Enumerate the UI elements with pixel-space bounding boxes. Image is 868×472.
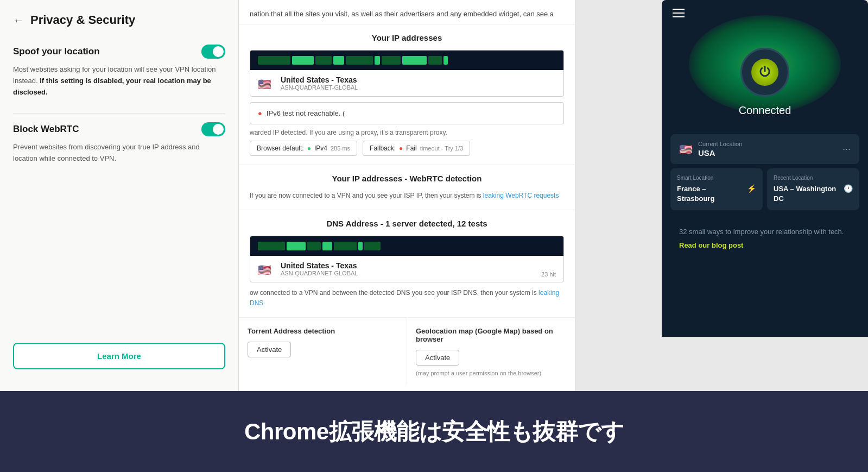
ip-block-7 [382, 56, 401, 65]
fail-label: Fail [406, 144, 416, 152]
privacy-header: ← Privacy & Security [13, 13, 225, 27]
vpn-blog-link[interactable]: Read our blog post [679, 241, 743, 249]
us-flag-icon: 🇺🇸 [258, 78, 275, 89]
ip-scramble [258, 56, 556, 65]
dot-red-icon: ● [258, 109, 262, 117]
dns-block-1 [258, 242, 285, 250]
dns-location: United States - Texas ASN-QUADRANET-GLOB… [281, 261, 358, 276]
vpn-clock-icon: 🕐 [844, 184, 853, 193]
fallback-dot-icon: ● [399, 144, 403, 152]
vpn-smart-location-name: France – Strasbourg [677, 184, 743, 204]
torrent-tool-section: Torrent Address detection Activate [239, 318, 407, 385]
banner-text: Chrome拡張機能は安全性も抜群です [244, 417, 624, 447]
dns-block-2 [287, 242, 306, 250]
vpn-lightning-icon: ⚡ [747, 184, 756, 193]
ip-check-panel: nation that all the sites you visit, as … [239, 0, 575, 391]
dns-scramble [258, 242, 556, 250]
block-webrtc-toggle[interactable] [201, 122, 225, 136]
section-divider [13, 113, 225, 114]
webrtc-info-text: If you are now connected to a VPN and yo… [250, 191, 564, 201]
spoof-location-title: Spoof your location [13, 46, 100, 57]
vpn-location-name: USA [698, 148, 837, 158]
ip-addresses-section: Your IP addresses [239, 24, 575, 165]
spoof-location-header: Spoof your location [13, 45, 225, 59]
dns-block-5 [334, 242, 357, 250]
vpn-recent-location-card[interactable]: Recent Location USA – Washington DC 🕐 [767, 168, 859, 210]
dns-block-7 [364, 242, 381, 250]
fallback-badge: Fallback: ● Fail timeout - Try 1/3 [363, 141, 470, 156]
spoof-location-description: Most websites asking for your location w… [13, 64, 225, 98]
ip-block-6 [375, 56, 380, 65]
ip-block-5 [346, 56, 373, 65]
vpn-current-flag-icon: 🇺🇸 [679, 143, 693, 156]
vpn-power-icon [751, 59, 778, 86]
vpn-blog-section: 32 small ways to improve your relationsh… [670, 219, 859, 259]
ipv6-text: IPv6 test not reachable. ( [267, 109, 345, 117]
ipv4-ms: 285 ms [331, 145, 350, 152]
vpn-current-location[interactable]: 🇺🇸 Current Location USA ··· [670, 134, 859, 164]
geo-tool-title: Geolocation map (Google Map) based on br… [416, 327, 566, 343]
dns-block-6 [358, 242, 363, 250]
ip-test-row: Browser default: ● IPv4 285 ms Fallback:… [250, 141, 564, 156]
vpn-smart-location-card[interactable]: Smart Location France – Strasbourg ⚡ [670, 168, 763, 210]
vpn-power-button[interactable] [740, 48, 789, 97]
block-webrtc-title: Block WebRTC [13, 124, 79, 135]
back-arrow-icon[interactable]: ← [13, 14, 24, 27]
ip-block-3 [315, 56, 332, 65]
ip-section-title: Your IP addresses [250, 33, 564, 42]
geo-tool-note: (may prompt a user permission on the bro… [416, 370, 566, 376]
dns-us-flag-icon: 🇺🇸 [258, 263, 275, 274]
ip-card: 🇺🇸 United States - Texas ASN-QUADRANET-G… [250, 50, 564, 97]
ipv4-label: IPv4 [314, 144, 327, 152]
ip-check-header-text: nation that all the sites you visit, as … [239, 0, 575, 24]
dns-card: 🇺🇸 United States - Texas ASN-QUADRANET-G… [250, 236, 564, 282]
spoof-location-section: Spoof your location Most websites asking… [13, 45, 225, 98]
dns-warning-text: ow connected to a VPN and between the de… [250, 288, 564, 309]
hamburger-menu-icon[interactable] [673, 9, 685, 17]
privacy-security-title: Privacy & Security [30, 13, 135, 27]
vpn-location-label: Current Location [698, 141, 837, 147]
dns-block-3 [307, 242, 321, 250]
timeout-label: timeout - Try 1/3 [420, 145, 463, 152]
ip-warning-text: warded IP detected. If you are using a p… [250, 129, 564, 136]
ip-location-asn: ASN-QUADRANET-GLOBAL [281, 84, 358, 91]
bottom-tools: Torrent Address detection Activate Geolo… [239, 318, 575, 385]
learn-more-button[interactable]: Learn More [13, 343, 225, 369]
vpn-location-info: Current Location USA [698, 141, 837, 158]
vpn-recent-location-name: USA – Washington DC [774, 184, 839, 204]
ip-block-2 [292, 56, 314, 65]
vpn-panel: Connected 🇺🇸 Current Location USA ··· Sm… [662, 0, 868, 337]
ipv6-status: ● IPv6 test not reachable. ( [250, 102, 564, 124]
dns-card-header [250, 236, 563, 256]
torrent-activate-button[interactable]: Activate [248, 342, 291, 357]
block-webrtc-description: Prevent websites from discovering your t… [13, 142, 225, 165]
browser-default-badge: Browser default: ● IPv4 285 ms [250, 141, 357, 156]
dot-green-icon: ● [307, 144, 311, 152]
vpn-status-label: Connected [739, 104, 791, 117]
ip-block-4 [333, 56, 344, 65]
fallback-label: Fallback: [370, 144, 396, 152]
ip-location: United States - Texas ASN-QUADRANET-GLOB… [281, 75, 358, 91]
ip-block-8 [402, 56, 427, 65]
dns-section: DNS Address - 1 server detected, 12 test… [239, 210, 575, 318]
webrtc-title: Your IP addresses - WebRTC detection [250, 174, 564, 183]
vpn-recent-location-label: Recent Location [774, 175, 853, 181]
geo-activate-button[interactable]: Activate [416, 350, 459, 366]
hamburger-line-1 [673, 9, 685, 10]
spoof-location-toggle[interactable] [201, 45, 225, 59]
vpn-blog-text: 32 small ways to improve your relationsh… [679, 228, 851, 236]
vpn-recent-location-row: USA – Washington DC 🕐 [774, 184, 853, 204]
power-svg-icon [757, 65, 772, 80]
browser-default-label: Browser default: [257, 144, 304, 152]
vpn-more-options-icon[interactable]: ··· [842, 143, 851, 155]
block-webrtc-section: Block WebRTC Prevent websites from disco… [13, 122, 225, 165]
block-webrtc-header: Block WebRTC [13, 122, 225, 136]
vpn-smart-location-label: Smart Location [677, 175, 756, 181]
dns-location-name: United States - Texas [281, 261, 358, 270]
hamburger-line-3 [673, 16, 685, 17]
torrent-tool-title: Torrent Address detection [248, 327, 398, 335]
vpn-locations-row: Smart Location France – Strasbourg ⚡ Rec… [670, 168, 859, 210]
webrtc-link[interactable]: leaking WebRTC requests [483, 192, 559, 199]
vpn-hero: Connected [662, 26, 868, 128]
ip-location-name: United States - Texas [281, 75, 358, 84]
